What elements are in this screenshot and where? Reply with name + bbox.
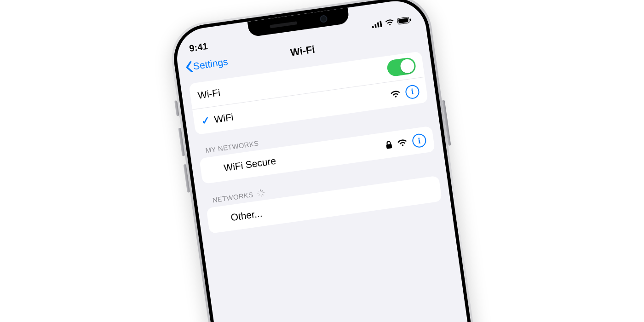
screen: 9:41 (173, 0, 491, 322)
front-camera (319, 15, 328, 23)
status-time: 9:41 (189, 41, 208, 54)
svg-line-11 (262, 194, 263, 195)
networks-label: NETWORKS (212, 190, 254, 204)
battery-icon (397, 17, 412, 25)
device-frame: 9:41 (167, 0, 498, 322)
svg-line-13 (259, 195, 260, 196)
cellular-icon (371, 21, 382, 29)
back-label: Settings (192, 56, 228, 72)
wifi-signal-icon (390, 90, 401, 98)
svg-line-9 (262, 190, 263, 191)
lock-icon (385, 140, 393, 150)
silence-switch (174, 100, 179, 116)
spinner-icon (256, 189, 265, 198)
svg-line-15 (259, 191, 259, 192)
svg-rect-2 (377, 22, 380, 27)
wifi-toggle[interactable] (386, 57, 416, 77)
svg-rect-6 (409, 18, 411, 21)
svg-rect-3 (380, 21, 382, 27)
page-title: Wi-Fi (289, 44, 316, 59)
svg-rect-5 (398, 18, 408, 23)
wifi-signal-icon (397, 138, 408, 147)
info-icon[interactable]: i (404, 84, 420, 99)
chevron-left-icon (185, 61, 194, 73)
svg-rect-0 (372, 26, 374, 28)
wifi-icon (385, 19, 395, 27)
info-icon[interactable]: i (411, 133, 427, 149)
checkmark-icon: ✓ (201, 114, 210, 127)
svg-rect-1 (374, 24, 377, 28)
svg-rect-7 (386, 144, 392, 149)
speaker-grille (270, 21, 297, 28)
